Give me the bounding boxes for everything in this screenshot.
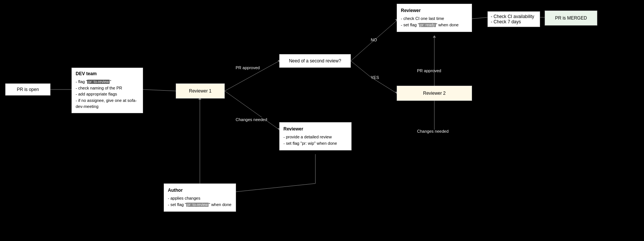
no-label: NO — [371, 38, 377, 42]
svg-line-2 — [143, 89, 176, 91]
reviewer-changes-node: Reviewer - provide a detailed review - s… — [279, 122, 352, 150]
check-ci-line1: - Check CI availability — [491, 14, 537, 19]
pr-approved-label-1: PR approved — [236, 65, 260, 70]
svg-line-17 — [472, 17, 487, 19]
reviewer2-node: Reviewer 2 — [397, 86, 472, 101]
author-node: Author - applies changes - set flag "pr:… — [164, 183, 236, 212]
pr-merged-label: PR is MERGED — [555, 15, 587, 21]
changes-needed-label-2: Changes needed — [417, 129, 449, 133]
reviewer2-label: Reviewer 2 — [423, 91, 446, 96]
second-review-label: Need of a second review? — [289, 58, 341, 64]
pr-merged-node: PR is MERGED — [545, 11, 597, 26]
pr-approved-label-2: PR approved — [417, 68, 441, 73]
dev-team-node: DEV team - flag "pr: to-review" - check … — [72, 68, 143, 113]
reviewer-changes-content: - provide a detailed review - set flag "… — [283, 134, 347, 146]
reviewer1-node: Reviewer 1 — [176, 83, 225, 99]
pr-open-label: PR is open — [17, 87, 39, 92]
reviewer-changes-title: Reviewer — [283, 126, 347, 132]
svg-line-8 — [351, 43, 371, 61]
pr-to-review-tag-2: pr: to-review — [186, 203, 209, 207]
svg-line-22 — [236, 183, 315, 192]
check-ci-line2: - Check 7 days — [491, 19, 537, 24]
yes-label: YES — [371, 75, 379, 80]
reviewer-final-content: - check CI one last time - set flag "pr:… — [401, 15, 468, 28]
author-content: - applies changes - set flag "pr: to-rev… — [168, 195, 232, 208]
reviewer-final-node: Reviewer - check CI one last time - set … — [397, 4, 472, 32]
pr-ready-tag: pr: ready — [419, 23, 435, 27]
check-ci-node: - Check CI availability - Check 7 days — [487, 11, 540, 27]
dev-team-title: DEV team — [76, 71, 139, 76]
pr-to-review-tag: pr: to-review — [87, 80, 110, 84]
changes-needed-label-1: Changes needed — [236, 117, 267, 122]
svg-line-11 — [351, 61, 371, 77]
second-review-node: Need of a second review? — [279, 54, 351, 68]
author-title: Author — [168, 188, 232, 193]
reviewer1-label: Reviewer 1 — [189, 88, 212, 94]
pr-open-node: PR is open — [5, 83, 50, 95]
svg-marker-15 — [433, 35, 436, 38]
reviewer-final-title: Reviewer — [401, 8, 468, 13]
dev-team-content: - flag "pr: to-review" - check naming of… — [76, 79, 139, 110]
svg-line-6 — [225, 91, 279, 130]
